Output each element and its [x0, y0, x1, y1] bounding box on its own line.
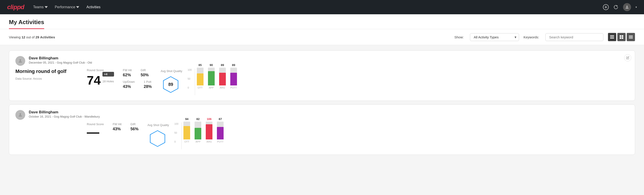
score-row-2: —: [87, 126, 104, 138]
card-header: Dave Billingham December 05, 2021 - Gog …: [16, 56, 628, 66]
bar-label-ott: OTT: [198, 86, 202, 89]
show-label: Show:: [454, 35, 464, 39]
activity-type-select-wrapper: All Activity Types: [470, 33, 519, 41]
bar-value-app: 90: [210, 63, 213, 67]
bar-group-ott: 85 OTT: [197, 63, 204, 89]
quality-section-2: Avg Shot Quality 100 50 0: [148, 122, 628, 149]
view-list-button[interactable]: [608, 33, 616, 41]
bar-label-putt: PUTT: [230, 86, 237, 89]
gir-label: GIR: [140, 68, 148, 72]
search-input[interactable]: [545, 33, 604, 41]
logo[interactable]: clippd: [7, 4, 24, 11]
nav-item-activities[interactable]: Activities: [86, 5, 100, 9]
svg-rect-8: [622, 35, 623, 37]
svg-rect-7: [620, 35, 621, 37]
svg-marker-19: [150, 130, 165, 146]
card-user-info-2: Dave Billingham October 16, 2021 - Gog M…: [29, 110, 100, 118]
bar-inner-app: [208, 71, 215, 86]
gir-value: 50%: [140, 73, 148, 78]
bar-label-app: APP: [209, 86, 214, 89]
gir-stat: GIR 50%: [140, 68, 148, 78]
nav-links: Teams Performance Activities: [33, 5, 100, 9]
filter-bar: Viewing 12 out of 29 Activities Show: Al…: [0, 29, 644, 45]
fw-gir-row-top-2: FW Hit 43% GIR 56%: [113, 122, 138, 132]
fw-gir-stats-2: FW Hit 43% GIR 56%: [113, 122, 138, 132]
bar-group-arg-2: 106 ARG: [206, 117, 212, 143]
refresh-icon[interactable]: [613, 4, 618, 10]
compact-icon: [629, 36, 633, 38]
bar-inner-arg: [219, 73, 226, 86]
svg-rect-14: [629, 38, 633, 38]
chevron-down-icon: [45, 6, 48, 9]
card-user-info: Dave Billingham December 05, 2021 - Gog …: [29, 56, 92, 64]
viewing-text: Viewing 12 out of 29 Activities: [9, 35, 450, 39]
user-menu-chevron[interactable]: ▾: [636, 6, 637, 9]
hexagon-shape-2: [148, 130, 166, 148]
oneputt-stat: 1 Putt 28%: [144, 80, 152, 89]
bar-outer-ott: [197, 68, 204, 86]
bar-value-ott: 85: [198, 63, 202, 67]
svg-point-18: [20, 113, 21, 115]
bar-chart-2: 100 50 0 94 OTT: [174, 122, 628, 149]
score-number-2: —: [87, 126, 99, 138]
bar-chart-wrapper-2: 100 50 0 94 OTT: [174, 122, 628, 149]
bar-value-putt: 89: [232, 63, 235, 67]
svg-rect-10: [622, 37, 623, 39]
person-icon-2: [18, 112, 23, 117]
fw-gir-row-bottom: Up/Down 43% 1 Putt 28%: [123, 80, 152, 89]
edit-button[interactable]: [624, 54, 631, 61]
svg-rect-5: [610, 36, 614, 37]
add-icon[interactable]: [603, 4, 609, 10]
fw-hit-stat: FW Hit 62%: [123, 68, 132, 78]
score-diff-badge: +4: [102, 72, 114, 76]
svg-rect-11: [629, 36, 633, 36]
bar-value-arg: 89: [221, 63, 224, 67]
quality-hexagon: 89: [161, 74, 181, 94]
activity-type-select[interactable]: All Activity Types: [470, 33, 519, 41]
svg-rect-13: [629, 37, 633, 38]
bar-group-putt-2: 87 PUTT: [217, 117, 224, 143]
y-label-100: 100: [188, 68, 194, 71]
list-icon: [610, 35, 614, 39]
fw-hit-label: FW Hit: [123, 68, 132, 72]
round-score-label: Round Score: [87, 68, 114, 72]
svg-rect-12: [629, 36, 633, 37]
chevron-down-icon: [76, 6, 79, 9]
data-source: Data Source: Arccos: [16, 77, 87, 80]
activity-title: Morning round of golf: [16, 68, 87, 74]
nav-item-teams[interactable]: Teams: [33, 5, 48, 9]
user-avatar-card-2: [16, 110, 25, 120]
navbar-right: ▾: [603, 3, 637, 11]
svg-rect-4: [610, 35, 614, 36]
fw-gir-row-top: FW Hit 62% GIR 50%: [123, 68, 152, 78]
user-name-2: Dave Billingham: [29, 110, 100, 114]
y-axis-2: 100 50 0: [174, 122, 180, 143]
bar-group-ott-2: 94 OTT: [184, 117, 190, 143]
gir-stat-2: GIR 56%: [130, 122, 138, 132]
activity-card: Dave Billingham December 05, 2021 - Gog …: [9, 50, 635, 101]
view-grid-button[interactable]: [617, 33, 626, 41]
y-label-50: 50: [188, 78, 194, 80]
bar-group-putt: 89 PUTT: [230, 63, 237, 89]
hexagon-shape: 89: [162, 76, 180, 94]
user-avatar[interactable]: [623, 3, 631, 11]
keywords-label: Keywords:: [524, 35, 539, 39]
y-label-0: 0: [188, 86, 194, 89]
view-buttons: [608, 33, 635, 41]
holes-label: 18 Holes: [102, 80, 114, 83]
user-date-2: October 16, 2021 - Gog Magog Golf Club -…: [29, 115, 100, 118]
user-date: December 05, 2021 - Gog Magog Golf Club …: [29, 61, 92, 64]
svg-rect-6: [610, 38, 614, 38]
y-axis: 100 50 0: [188, 68, 194, 89]
card-body-2: Round Score — FW Hit 43% GIR 56%: [16, 122, 628, 149]
svg-text:89: 89: [168, 82, 173, 87]
view-compact-button[interactable]: [626, 33, 635, 41]
fw-gir-stats: FW Hit 62% GIR 50% Up/Down 43% 1 Putt: [123, 68, 152, 89]
page-title: My Activities: [9, 19, 44, 29]
bar-outer-arg: [219, 68, 226, 86]
person-icon: [18, 58, 23, 63]
card-body: Morning round of golf Data Source: Arcco…: [16, 68, 628, 95]
user-avatar-card: [16, 56, 25, 66]
grid-icon: [620, 35, 623, 39]
nav-item-performance[interactable]: Performance: [55, 5, 80, 9]
